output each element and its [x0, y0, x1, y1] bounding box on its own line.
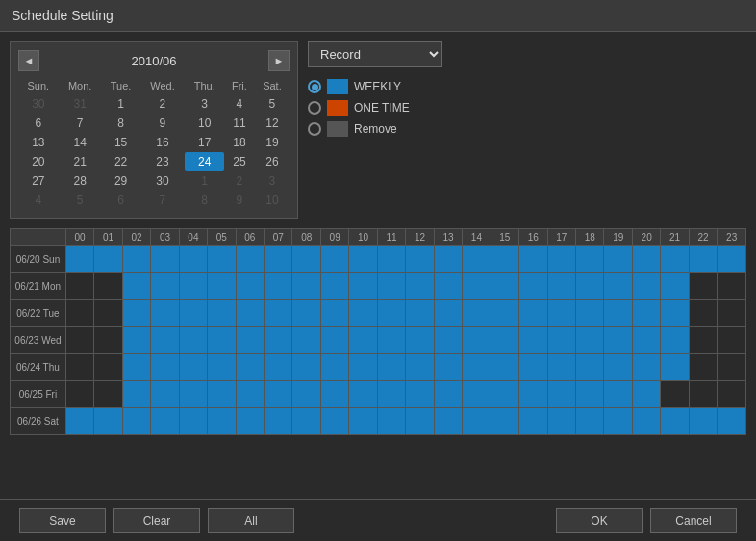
- schedule-cell[interactable]: [151, 381, 179, 408]
- schedule-cell[interactable]: [406, 354, 434, 381]
- schedule-cell[interactable]: [377, 408, 405, 435]
- schedule-cell[interactable]: [208, 273, 236, 300]
- schedule-cell[interactable]: [179, 408, 207, 435]
- schedule-cell[interactable]: [265, 246, 292, 273]
- schedule-cell[interactable]: [547, 381, 575, 408]
- schedule-cell[interactable]: [547, 327, 575, 354]
- schedule-cell[interactable]: [292, 381, 320, 408]
- schedule-cell[interactable]: [661, 381, 689, 408]
- schedule-cell[interactable]: [94, 381, 122, 408]
- calendar-day[interactable]: 21: [59, 152, 102, 171]
- calendar-day[interactable]: 30: [18, 94, 59, 114]
- schedule-cell[interactable]: [349, 354, 377, 381]
- schedule-cell[interactable]: [377, 300, 405, 327]
- schedule-cell[interactable]: [320, 246, 348, 273]
- schedule-cell[interactable]: [236, 381, 264, 408]
- schedule-cell[interactable]: [265, 327, 292, 354]
- schedule-cell[interactable]: [547, 246, 575, 273]
- calendar-day[interactable]: 30: [140, 171, 186, 191]
- schedule-cell[interactable]: [434, 300, 462, 327]
- calendar-day[interactable]: 2: [140, 94, 186, 114]
- schedule-cell[interactable]: [689, 354, 717, 381]
- schedule-cell[interactable]: [151, 300, 179, 327]
- schedule-cell[interactable]: [179, 354, 207, 381]
- schedule-cell[interactable]: [491, 354, 518, 381]
- calendar-day[interactable]: 5: [59, 191, 102, 210]
- schedule-cell[interactable]: [632, 327, 660, 354]
- schedule-cell[interactable]: [576, 381, 604, 408]
- schedule-cell[interactable]: [65, 381, 93, 408]
- legend-item-one_time[interactable]: ONE TIME: [308, 100, 746, 116]
- calendar-day[interactable]: 25: [224, 152, 255, 171]
- schedule-cell[interactable]: [236, 327, 264, 354]
- schedule-cell[interactable]: [208, 300, 236, 327]
- schedule-cell[interactable]: [406, 246, 434, 273]
- schedule-cell[interactable]: [689, 273, 717, 300]
- schedule-cell[interactable]: [491, 327, 518, 354]
- schedule-cell[interactable]: [519, 327, 547, 354]
- next-month-button[interactable]: ►: [268, 50, 290, 71]
- schedule-cell[interactable]: [122, 408, 150, 435]
- schedule-cell[interactable]: [406, 408, 434, 435]
- schedule-cell[interactable]: [377, 327, 405, 354]
- schedule-cell[interactable]: [718, 354, 746, 381]
- schedule-cell[interactable]: [547, 273, 575, 300]
- schedule-cell[interactable]: [519, 273, 547, 300]
- calendar-day[interactable]: 4: [224, 94, 255, 114]
- calendar-day[interactable]: 13: [18, 133, 59, 152]
- schedule-cell[interactable]: [661, 246, 689, 273]
- schedule-cell[interactable]: [122, 327, 150, 354]
- schedule-cell[interactable]: [632, 300, 660, 327]
- schedule-cell[interactable]: [491, 246, 518, 273]
- schedule-cell[interactable]: [718, 381, 746, 408]
- schedule-cell[interactable]: [349, 246, 377, 273]
- schedule-cell[interactable]: [65, 354, 93, 381]
- schedule-cell[interactable]: [519, 381, 547, 408]
- schedule-cell[interactable]: [292, 327, 320, 354]
- calendar-day[interactable]: 14: [59, 133, 102, 152]
- schedule-cell[interactable]: [208, 246, 236, 273]
- schedule-cell[interactable]: [122, 381, 150, 408]
- schedule-cell[interactable]: [547, 354, 575, 381]
- schedule-cell[interactable]: [320, 381, 348, 408]
- schedule-cell[interactable]: [632, 246, 660, 273]
- schedule-cell[interactable]: [179, 327, 207, 354]
- calendar-day[interactable]: 26: [255, 152, 290, 171]
- schedule-cell[interactable]: [547, 408, 575, 435]
- calendar-day[interactable]: 24: [185, 152, 224, 171]
- schedule-cell[interactable]: [65, 408, 93, 435]
- schedule-cell[interactable]: [208, 408, 236, 435]
- schedule-cell[interactable]: [265, 273, 292, 300]
- schedule-cell[interactable]: [661, 327, 689, 354]
- schedule-cell[interactable]: [661, 408, 689, 435]
- calendar-day[interactable]: 9: [140, 114, 186, 133]
- schedule-cell[interactable]: [689, 381, 717, 408]
- schedule-cell[interactable]: [320, 300, 348, 327]
- schedule-cell[interactable]: [292, 300, 320, 327]
- schedule-cell[interactable]: [151, 408, 179, 435]
- schedule-cell[interactable]: [265, 354, 292, 381]
- calendar-day[interactable]: 6: [102, 191, 140, 210]
- schedule-cell[interactable]: [576, 300, 604, 327]
- schedule-cell[interactable]: [349, 273, 377, 300]
- calendar-day[interactable]: 1: [185, 171, 224, 191]
- schedule-cell[interactable]: [151, 273, 179, 300]
- schedule-cell[interactable]: [179, 381, 207, 408]
- schedule-cell[interactable]: [236, 273, 264, 300]
- schedule-cell[interactable]: [434, 354, 462, 381]
- radio-weekly[interactable]: [308, 80, 321, 93]
- schedule-cell[interactable]: [491, 300, 518, 327]
- calendar-day[interactable]: 23: [140, 152, 186, 171]
- ok-button[interactable]: OK: [556, 508, 643, 533]
- schedule-cell[interactable]: [406, 273, 434, 300]
- schedule-cell[interactable]: [463, 246, 491, 273]
- schedule-cell[interactable]: [320, 273, 348, 300]
- schedule-cell[interactable]: [434, 273, 462, 300]
- prev-month-button[interactable]: ◄: [18, 50, 39, 71]
- schedule-cell[interactable]: [65, 300, 93, 327]
- schedule-cell[interactable]: [94, 354, 122, 381]
- calendar-day[interactable]: 6: [18, 114, 59, 133]
- schedule-cell[interactable]: [434, 408, 462, 435]
- schedule-cell[interactable]: [179, 273, 207, 300]
- schedule-cell[interactable]: [519, 408, 547, 435]
